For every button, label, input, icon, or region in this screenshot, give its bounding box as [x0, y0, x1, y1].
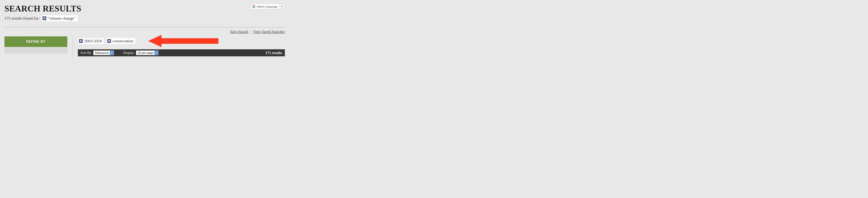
display-select[interactable]: 25 per page [136, 51, 158, 55]
remove-filter-icon[interactable] [107, 39, 111, 43]
refine-by-panel [4, 47, 67, 54]
search-query-text: "climate change" [48, 16, 76, 21]
chevron-down-icon[interactable]: ▼ [279, 4, 285, 9]
sort-display-toolbar: Sort By Relevance Display 25 per page 17… [78, 49, 285, 56]
language-label: Select Language [256, 5, 277, 8]
language-selector[interactable]: Select Language ▼ [251, 4, 285, 9]
filter-label: 2003-2018 [84, 39, 102, 43]
sort-by-select[interactable]: Relevance [93, 51, 114, 55]
remove-filter-icon[interactable] [79, 39, 83, 43]
filter-label: conservation [113, 39, 133, 43]
results-count-text: 175 results found for: [4, 16, 39, 21]
page-title: SEARCH RESULTS [4, 4, 82, 13]
filter-chip-topic: conservation [106, 38, 135, 44]
search-query-chip: "climate change" [41, 15, 78, 21]
link-separator: | [250, 30, 251, 34]
filter-chip-date: 2003-2018 [78, 38, 103, 44]
display-label: Display [123, 51, 134, 55]
save-search-link[interactable]: Save Search [230, 30, 248, 34]
svg-marker-0 [148, 35, 218, 47]
view-saved-searches-link[interactable]: View Saved Searches [253, 30, 285, 34]
sort-by-label: Sort By [81, 51, 91, 55]
results-total: 175 results [266, 51, 282, 55]
google-translate-icon [252, 5, 255, 8]
annotation-arrow-icon [148, 35, 218, 48]
remove-query-icon[interactable] [42, 16, 46, 20]
refine-by-header: REFINE BY [4, 36, 67, 47]
